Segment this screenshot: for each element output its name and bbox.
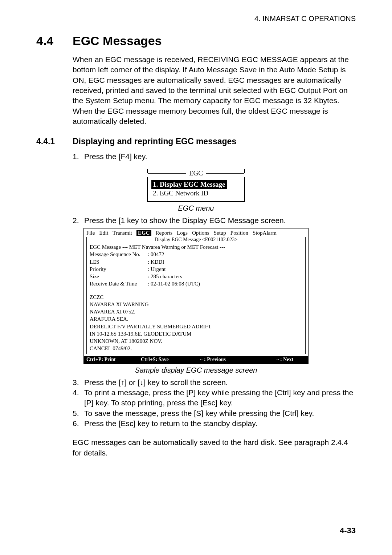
menu-file[interactable]: File	[86, 230, 95, 236]
menu-stopalarm[interactable]: StopAlarm	[253, 230, 277, 236]
footer-save[interactable]: Ctrl+S: Save	[141, 357, 199, 362]
kv-priority-val: Urgent	[148, 266, 166, 273]
msg-line: ARAFURA SEA.	[90, 315, 302, 323]
kv-size: Size 285 characters	[90, 273, 302, 280]
msg-line: IN 10-12.6S 133-19.6E, GEODETIC DATUM	[90, 330, 302, 337]
heading-2-title: Displaying and reprinting EGC messages	[73, 137, 236, 146]
step-6-number: 6.	[73, 418, 84, 429]
kv-les-val: KDDI	[148, 258, 164, 266]
msg-line: UNKNOWN, AT 180200Z NOV.	[90, 337, 302, 345]
step-5: 5. To save the message, press the [S] ke…	[73, 408, 356, 418]
menu-position[interactable]: Position	[230, 230, 248, 236]
panel-title-row: Display EGC Message <E0021102.023>	[87, 237, 305, 243]
step-1-number: 1.	[73, 151, 84, 162]
egc-menu-box: 1. Display EGC Message 2. EGC Network ID	[147, 177, 245, 202]
kv-size-key: Size	[90, 273, 148, 280]
menu-transmit[interactable]: Transmit	[113, 230, 132, 236]
heading-2: 4.4.1 Displaying and reprinting EGC mess…	[36, 137, 356, 146]
step-4-text: To print a message, press the [P] key wh…	[84, 388, 356, 408]
kv-priority: Priority Urgent	[90, 266, 302, 273]
step-5-text: To save the message, press the [S] key w…	[84, 408, 356, 418]
egc-menu-item-network-id[interactable]: 2. EGC Network ID	[151, 189, 241, 198]
footer-next[interactable]: →: Next	[261, 357, 306, 362]
step-5-number: 5.	[73, 408, 84, 418]
screen-caption: Sample display EGC message screen	[36, 366, 356, 374]
menu-egc[interactable]: EGC	[136, 230, 151, 236]
step-6: 6. Press the [Esc] key to return to the …	[73, 418, 356, 429]
egc-message-screen: File Edit Transmit EGC Reports Logs Opti…	[83, 228, 309, 364]
kv-sequence: Message Sequence No. 00472	[90, 251, 302, 258]
msg-line: DERELICT F/V PARTIALLY SUBMERGED ADRIFT	[90, 323, 302, 330]
msg-line: NAVAREA XI WARNING	[90, 301, 302, 308]
step-1: 1. Press the [F4] key.	[73, 151, 356, 162]
footer-print[interactable]: Ctrl+P: Print	[86, 357, 141, 362]
kv-priority-key: Priority	[90, 266, 148, 273]
menu-logs[interactable]: Logs	[177, 230, 188, 236]
intro-paragraph: When an EGC message is received, RECEIVI…	[73, 54, 356, 126]
step-3-text: Press the [↑] or [↓] key to scroll the s…	[84, 377, 356, 388]
kv-sequence-val: 00472	[148, 251, 164, 258]
menu-edit[interactable]: Edit	[99, 230, 108, 236]
step-3-number: 3.	[73, 377, 84, 388]
egc-menu-item-display[interactable]: 1. Display EGC Message	[151, 180, 227, 189]
kv-les: LES KDDI	[90, 258, 302, 266]
page: 4. INMARSAT C OPERATIONS 4.4 EGC Message…	[0, 0, 392, 555]
kv-les-key: LES	[90, 258, 148, 266]
kv-receive-val: 02-11-02 06:08 (UTC)	[148, 280, 200, 287]
egc-menu-caption: EGC menu	[36, 204, 356, 212]
menu-setup[interactable]: Setup	[214, 230, 226, 236]
step-4: 4. To print a message, press the [P] key…	[73, 388, 356, 408]
screen-footer-bar: Ctrl+P: Print Ctrl+S: Save ←: Previous →…	[84, 356, 308, 363]
egc-menu-frame-title: EGC	[147, 169, 245, 177]
step-1-text: Press the [F4] key.	[84, 151, 356, 162]
menubar: File Edit Transmit EGC Reports Logs Opti…	[84, 228, 308, 237]
step-3: 3. Press the [↑] or [↓] key to scroll th…	[73, 377, 356, 388]
heading-2-number: 4.4.1	[36, 137, 73, 146]
kv-sequence-key: Message Sequence No.	[90, 251, 148, 258]
panel-title: Display EGC Message <E0021102.023>	[152, 237, 240, 243]
step-2-number: 2.	[73, 215, 84, 226]
msg-line: NAVAREA XI 0752.	[90, 308, 302, 315]
kv-receive: Receive Date & Time 02-11-02 06:08 (UTC)	[90, 280, 302, 287]
footer-prev[interactable]: ←: Previous	[199, 357, 261, 362]
heading-1: 4.4 EGC Messages	[36, 34, 356, 48]
msg-line: ZCZC	[90, 293, 302, 301]
heading-1-number: 4.4	[36, 34, 73, 48]
menu-options[interactable]: Options	[192, 230, 209, 236]
egc-menu-figure: EGC 1. Display EGC Message 2. EGC Networ…	[147, 169, 245, 202]
msg-line: CANCEL 0749/02.	[90, 345, 302, 352]
menu-reports[interactable]: Reports	[156, 230, 173, 236]
step-6-text: Press the [Esc] key to return to the sta…	[84, 418, 356, 429]
running-head: 4. INMARSAT C OPERATIONS	[36, 15, 356, 23]
kv-receive-key: Receive Date & Time	[90, 280, 148, 287]
step-4-number: 4.	[73, 388, 84, 408]
egc-menu-frame-label: EGC	[186, 169, 206, 177]
closing-paragraph: EGC messages can be automatically saved …	[73, 437, 356, 458]
message-header-line: EGC Message --- MET Navarea Warning or M…	[90, 243, 302, 251]
message-panel: Display EGC Message <E0021102.023> EGC M…	[86, 237, 306, 354]
kv-size-val: 285 characters	[148, 273, 182, 280]
step-2: 2. Press the [1 key to show the Display …	[73, 215, 356, 226]
heading-1-title: EGC Messages	[73, 34, 162, 48]
step-2-text: Press the [1 key to show the Display EGC…	[84, 215, 356, 226]
panel-inner: EGC Message --- MET Navarea Warning or M…	[87, 243, 305, 354]
page-number: 4-33	[340, 526, 356, 535]
